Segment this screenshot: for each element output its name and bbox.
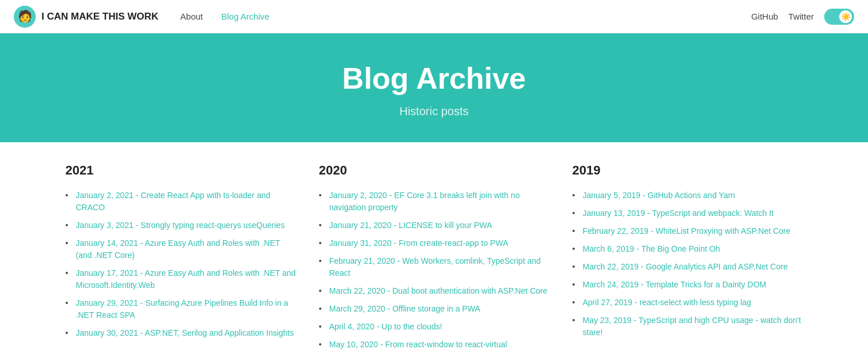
post-link[interactable]: January 5, 2019 - GitHub Actions and Yar…: [583, 191, 736, 200]
post-link[interactable]: January 13, 2019 - TypeScript and webpac…: [583, 208, 774, 218]
post-link[interactable]: January 2, 2021 - Create React App with …: [76, 191, 271, 212]
list-item: January 13, 2019 - TypeScript and webpac…: [573, 207, 803, 219]
post-link[interactable]: January 17, 2021 - Azure Easy Auth and R…: [76, 268, 296, 290]
hero-title: Blog Archive: [14, 61, 854, 96]
list-item: March 29, 2020 - Offline storage in a PW…: [319, 303, 549, 315]
list-item: January 2, 2021 - Create React App with …: [66, 189, 296, 214]
post-link[interactable]: February 21, 2020 - Web Workers, comlink…: [329, 256, 541, 278]
github-link[interactable]: GitHub: [751, 12, 778, 21]
svg-text:🧑: 🧑: [18, 9, 32, 23]
post-link[interactable]: January 30, 2021 - ASP.NET, Serilog and …: [76, 328, 294, 337]
hero-subtitle: Historic posts: [14, 105, 854, 118]
list-item: January 17, 2021 - Azure Easy Auth and R…: [66, 267, 296, 291]
list-item: May 10, 2020 - From react-window to reac…: [319, 339, 549, 351]
list-item: March 6, 2019 - The Big One Point Oh: [573, 243, 803, 255]
blog-columns: 2021January 2, 2021 - Create React App w…: [66, 163, 803, 353]
main-content: 2021January 2, 2021 - Create React App w…: [31, 142, 837, 353]
list-item: January 29, 2021 - Surfacing Azure Pipel…: [66, 297, 296, 321]
nav-right: GitHub Twitter ☀️: [751, 9, 854, 25]
column-2019: 2019January 5, 2019 - GitHub Actions and…: [573, 163, 803, 353]
nav-about[interactable]: About: [172, 8, 211, 25]
list-item: April 27, 2019 - react-select with less …: [573, 297, 803, 309]
list-item: May 23, 2019 - TypeScript and high CPU u…: [573, 314, 803, 339]
post-list-2020: January 2, 2020 - EF Core 3.1 breaks lef…: [319, 189, 549, 353]
post-link[interactable]: March 22, 2020 - Dual boot authenticatio…: [329, 286, 548, 295]
list-item: January 3, 2021 - Strongly typing react-…: [66, 219, 296, 231]
list-item: January 5, 2019 - GitHub Actions and Yar…: [573, 189, 803, 202]
nav-links: About Blog Archive: [172, 8, 278, 25]
brand-text: I CAN MAKE THIS WORK: [41, 11, 158, 22]
post-link[interactable]: April 4, 2020 - Up to the clouds!: [329, 322, 442, 331]
list-item: March 22, 2019 - Google Analytics API an…: [573, 261, 803, 273]
post-link[interactable]: January 14, 2021 - Azure Easy Auth and R…: [76, 238, 281, 260]
year-heading-2021: 2021: [66, 163, 296, 178]
post-link[interactable]: March 22, 2019 - Google Analytics API an…: [583, 262, 788, 271]
post-link[interactable]: April 27, 2019 - react-select with less …: [583, 298, 752, 307]
avatar: 🧑: [14, 6, 36, 28]
post-link[interactable]: March 29, 2020 - Offline storage in a PW…: [329, 304, 480, 313]
list-item: March 24, 2019 - Template Tricks for a D…: [573, 279, 803, 291]
post-link[interactable]: February 22, 2019 - WhiteList Proxying w…: [583, 226, 791, 236]
post-link[interactable]: January 29, 2021 - Surfacing Azure Pipel…: [76, 298, 289, 320]
post-link[interactable]: March 24, 2019 - Template Tricks for a D…: [583, 280, 767, 289]
toggle-thumb: ☀️: [839, 10, 852, 23]
post-link[interactable]: May 23, 2019 - TypeScript and high CPU u…: [583, 316, 801, 337]
column-2020: 2020January 2, 2020 - EF Core 3.1 breaks…: [319, 163, 549, 353]
post-list-2021: January 2, 2021 - Create React App with …: [66, 189, 296, 339]
hero-section: Blog Archive Historic posts: [0, 33, 868, 142]
post-link[interactable]: May 10, 2020 - From react-window to reac…: [329, 340, 507, 349]
list-item: January 14, 2021 - Azure Easy Auth and R…: [66, 237, 296, 261]
list-item: March 22, 2020 - Dual boot authenticatio…: [319, 285, 549, 297]
post-link[interactable]: January 31, 2020 - From create-react-app…: [329, 238, 509, 248]
list-item: April 4, 2020 - Up to the clouds!: [319, 321, 549, 333]
theme-toggle[interactable]: ☀️: [824, 9, 854, 25]
list-item: February 21, 2020 - Web Workers, comlink…: [319, 255, 549, 279]
brand-link[interactable]: 🧑 I CAN MAKE THIS WORK: [14, 6, 158, 28]
post-link[interactable]: March 6, 2019 - The Big One Point Oh: [583, 244, 721, 253]
post-link[interactable]: January 2, 2020 - EF Core 3.1 breaks lef…: [329, 191, 520, 212]
post-list-2019: January 5, 2019 - GitHub Actions and Yar…: [573, 189, 803, 339]
navbar: 🧑 I CAN MAKE THIS WORK About Blog Archiv…: [0, 0, 868, 33]
nav-blog-archive[interactable]: Blog Archive: [213, 8, 277, 25]
list-item: January 2, 2020 - EF Core 3.1 breaks lef…: [319, 189, 549, 214]
twitter-link[interactable]: Twitter: [789, 12, 814, 21]
post-link[interactable]: January 3, 2021 - Strongly typing react-…: [76, 221, 285, 230]
year-heading-2019: 2019: [573, 163, 803, 178]
list-item: January 31, 2020 - From create-react-app…: [319, 237, 549, 249]
list-item: February 22, 2019 - WhiteList Proxying w…: [573, 225, 803, 237]
list-item: January 21, 2020 - LICENSE to kill your …: [319, 219, 549, 231]
post-link[interactable]: January 21, 2020 - LICENSE to kill your …: [329, 221, 492, 230]
column-2021: 2021January 2, 2021 - Create React App w…: [66, 163, 296, 353]
list-item: January 30, 2021 - ASP.NET, Serilog and …: [66, 327, 296, 339]
year-heading-2020: 2020: [319, 163, 549, 178]
